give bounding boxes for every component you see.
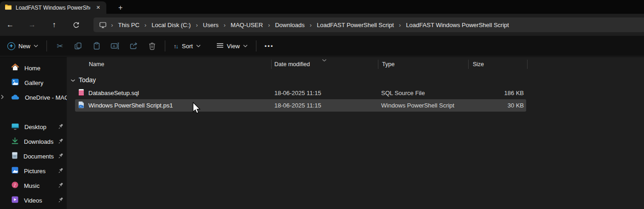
breadcrumb-separator: › [109, 22, 115, 28]
breadcrumb-separator: › [307, 22, 314, 28]
sidebar-item-home[interactable]: Home [0, 61, 67, 75]
file-explorer-window: LoadFAST Windows PowerShe ✕ + ← → ↑ › Th… [0, 0, 644, 209]
sidebar-item-label: Pictures [24, 168, 46, 175]
navigation-sidebar: Home Gallery OneDrive - MAQ So Desktop D… [0, 57, 67, 209]
sidebar-item-music[interactable]: ♪ Music [0, 178, 67, 193]
pictures-icon [11, 166, 19, 175]
sql-file-icon [78, 89, 85, 97]
pin-icon [58, 168, 64, 175]
documents-icon [11, 152, 18, 161]
sort-direction-icon [322, 56, 327, 65]
onedrive-cloud-icon [11, 94, 20, 102]
home-icon [11, 63, 19, 73]
new-button[interactable]: + New [3, 39, 43, 53]
breadcrumb-separator: › [142, 22, 149, 28]
back-button[interactable]: ← [3, 17, 17, 32]
sidebar-item-onedrive[interactable]: OneDrive - MAQ So [0, 90, 67, 105]
file-list-pane: Name Date modified Type Size Today Datab… [67, 57, 644, 209]
search-box-edge[interactable] [641, 17, 644, 32]
pin-icon [58, 153, 64, 160]
close-tab-button[interactable]: ✕ [94, 4, 103, 11]
forward-button[interactable]: → [25, 17, 40, 32]
pin-icon [58, 124, 64, 131]
navigation-bar: ← → ↑ › This PC › Local Disk (C:) › User… [0, 14, 644, 36]
breadcrumb-loadfast-windows-powershell-script[interactable]: LoadFAST Windows PowerShell Script [403, 20, 512, 30]
breadcrumb-this-pc[interactable]: This PC [116, 20, 142, 30]
svg-text:♪: ♪ [14, 183, 17, 187]
toolbar-separator [46, 40, 47, 51]
paste-icon[interactable] [87, 38, 106, 54]
sidebar-item-desktop[interactable]: Desktop [0, 119, 67, 134]
chevron-down-icon [196, 45, 201, 47]
explorer-tab[interactable]: LoadFAST Windows PowerShe ✕ [0, 1, 106, 14]
file-date-modified: 18-06-2025 11:15 [272, 90, 378, 96]
copy-icon[interactable] [69, 38, 87, 54]
view-lines-icon [216, 43, 224, 50]
tab-bar: LoadFAST Windows PowerShe ✕ + [0, 0, 644, 14]
new-button-label: New [18, 43, 30, 50]
share-icon[interactable] [124, 38, 143, 54]
column-header-size[interactable]: Size [469, 60, 528, 69]
up-button[interactable]: ↑ [47, 17, 62, 32]
sort-button[interactable]: ↑↓ Sort [169, 40, 205, 53]
file-type: SQL Source File [378, 90, 469, 96]
file-type: Windows PowerShell Script [378, 102, 469, 109]
powershell-file-icon: >_ [78, 101, 85, 110]
address-bar[interactable]: › This PC › Local Disk (C:) › Users › MA… [93, 17, 644, 32]
toolbar-separator [256, 40, 256, 51]
chevron-down-icon [70, 76, 75, 84]
sidebar-item-documents[interactable]: Documents [0, 149, 67, 164]
file-row-databasesetup-sql[interactable]: DatabaseSetup.sql 18-06-2025 11:15 SQL S… [75, 87, 526, 99]
svg-text:>_: >_ [80, 105, 83, 108]
new-tab-button[interactable]: + [115, 4, 126, 12]
sidebar-item-label: Downloads [24, 138, 53, 145]
view-button-label: View [227, 43, 240, 50]
more-options-button[interactable]: ••• [260, 40, 278, 53]
breadcrumb-maq-user[interactable]: MAQ-USER [228, 20, 266, 30]
sort-button-label: Sort [182, 43, 193, 50]
sidebar-item-label: Desktop [24, 124, 46, 130]
refresh-button[interactable] [69, 17, 83, 32]
file-size: 30 KB [469, 102, 526, 109]
desktop-icon [11, 123, 19, 131]
rename-icon[interactable]: A [106, 38, 124, 54]
sidebar-item-pictures[interactable]: Pictures [0, 164, 67, 178]
toolbar-separator [165, 40, 165, 51]
cut-icon[interactable]: ✂ [51, 38, 69, 54]
file-rows: DatabaseSetup.sql 18-06-2025 11:15 SQL S… [75, 87, 644, 112]
file-name: Windows PowerShell Script.ps1 [88, 102, 173, 109]
command-toolbar: + New ✂ A ↑↓ Sort View [0, 36, 644, 56]
breadcrumb-separator: › [221, 22, 228, 28]
downloads-icon [11, 137, 19, 146]
this-pc-icon [99, 22, 107, 28]
file-date-modified: 18-06-2025 11:15 [272, 102, 378, 109]
view-button[interactable]: View [212, 40, 252, 53]
music-icon: ♪ [11, 181, 19, 190]
tab-title: LoadFAST Windows PowerShe [16, 5, 90, 11]
sidebar-item-downloads[interactable]: Downloads [0, 134, 67, 149]
sort-arrows-icon: ↑↓ [174, 43, 179, 50]
sidebar-item-gallery[interactable]: Gallery [0, 75, 67, 90]
pin-icon [58, 182, 64, 190]
group-header-today[interactable]: Today [67, 74, 644, 86]
folder-icon [5, 4, 12, 12]
sidebar-item-label: Music [24, 182, 40, 189]
column-header-type[interactable]: Type [378, 60, 469, 69]
breadcrumb-users[interactable]: Users [200, 20, 221, 30]
file-name: DatabaseSetup.sql [88, 90, 139, 96]
column-header-date-modified[interactable]: Date modified [272, 60, 378, 69]
sidebar-item-videos[interactable]: Videos [0, 193, 67, 208]
sidebar-item-label: OneDrive - MAQ So [25, 94, 67, 101]
group-label: Today [79, 76, 96, 84]
breadcrumb-loadfast-powershell-script[interactable]: LoadFAST PowerShell Script [314, 20, 396, 30]
breadcrumb-downloads[interactable]: Downloads [272, 20, 307, 30]
column-header-name[interactable]: Name [67, 60, 272, 69]
column-headers: Name Date modified Type Size [67, 58, 644, 70]
breadcrumb-local-disk[interactable]: Local Disk (C:) [149, 20, 193, 30]
delete-icon[interactable] [143, 38, 161, 54]
breadcrumb-separator: › [397, 22, 403, 28]
chevron-right-icon[interactable] [0, 94, 4, 101]
file-row-windows-powershell-script-ps1[interactable]: >_ Windows PowerShell Script.ps1 18-06-2… [75, 99, 526, 112]
sidebar-item-label: Videos [24, 197, 42, 204]
column-header-label: Date modified [274, 61, 310, 68]
